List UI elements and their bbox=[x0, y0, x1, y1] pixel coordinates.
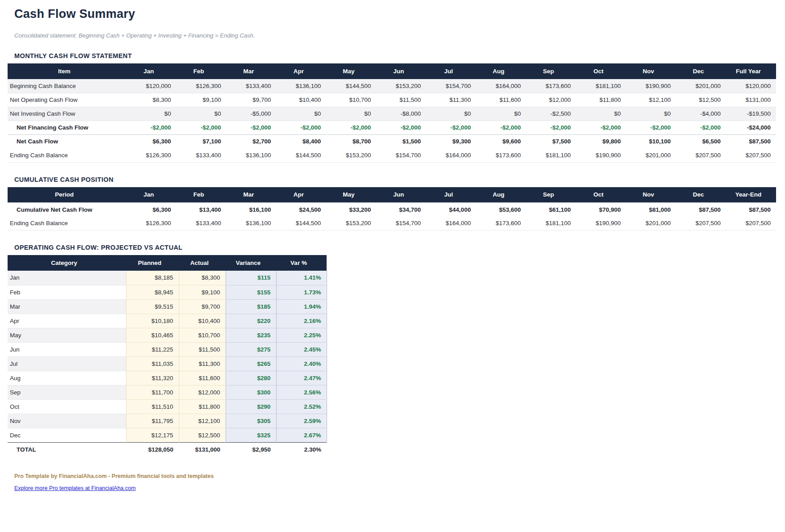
cell-nov: $190,900 bbox=[626, 79, 676, 93]
row-label: May bbox=[8, 328, 126, 342]
cell-jun: $11,500 bbox=[376, 93, 426, 107]
footer-credit: Pro Template by FinancialAha.com - Premi… bbox=[14, 473, 785, 479]
cell-variance: $305 bbox=[226, 414, 276, 428]
cell-variance: $275 bbox=[226, 342, 276, 356]
cell-oct: $190,900 bbox=[576, 148, 626, 162]
total-planned: $128,050 bbox=[126, 442, 179, 457]
column-header: Variance bbox=[226, 255, 276, 271]
row-label: Nov bbox=[8, 414, 126, 428]
cell-may: $153,200 bbox=[326, 148, 376, 162]
row-label: Ending Cash Balance bbox=[8, 148, 126, 162]
footer-link[interactable]: Explore more Pro templates at FinancialA… bbox=[14, 485, 136, 491]
total-var-pct: 2.30% bbox=[276, 442, 327, 457]
row-label: Net Cash Flow bbox=[8, 134, 126, 148]
cell-dec: $201,000 bbox=[676, 79, 726, 93]
cell-actual: $11,300 bbox=[179, 356, 226, 371]
cell-mar: -$2,000 bbox=[227, 121, 277, 134]
monthly-table-header: ItemJanFebMarAprMayJunJulAugSepOctNovDec… bbox=[8, 63, 776, 79]
column-header: Actual bbox=[179, 255, 226, 271]
table-row: Oct $11,510 $11,800 $290 2.52% bbox=[8, 399, 327, 414]
cell-var-pct: 1.94% bbox=[276, 299, 327, 314]
cell-may: $8,700 bbox=[326, 134, 376, 148]
table-row: Dec $12,175 $12,500 $325 2.67% bbox=[8, 428, 327, 442]
cell-jun: $154,700 bbox=[376, 148, 426, 162]
cell-dec: -$4,000 bbox=[676, 107, 726, 121]
cell-sep: $61,100 bbox=[526, 203, 576, 217]
variance-table-header: CategoryPlannedActualVarianceVar % bbox=[8, 255, 327, 271]
cell-jun: -$2,000 bbox=[376, 121, 426, 134]
cell-full-year: -$19,500 bbox=[726, 107, 776, 121]
cell-planned: $10,180 bbox=[126, 314, 179, 328]
cell-planned: $11,225 bbox=[126, 342, 179, 356]
projected-vs-actual-table: CategoryPlannedActualVarianceVar % Jan $… bbox=[8, 255, 327, 457]
cell-actual: $9,100 bbox=[179, 285, 226, 299]
column-header: Nov bbox=[626, 63, 676, 79]
cumulative-table-body: Cumulative Net Cash Flow $6,300 $13,400 … bbox=[8, 203, 776, 230]
cell-may: $144,500 bbox=[326, 79, 376, 93]
cell-sep: $181,100 bbox=[526, 217, 576, 230]
cell-actual: $12,000 bbox=[179, 385, 226, 399]
cell-feb: $126,300 bbox=[176, 79, 227, 93]
cell-feb: $133,400 bbox=[176, 217, 227, 230]
cell-feb: $133,400 bbox=[176, 148, 227, 162]
cell-variance: $235 bbox=[226, 328, 276, 342]
table-row: Jan $8,185 $8,300 $115 1.41% bbox=[8, 271, 327, 285]
column-header: May bbox=[326, 187, 376, 203]
cell-actual: $9,700 bbox=[179, 299, 226, 314]
row-label: Cumulative Net Cash Flow bbox=[8, 203, 126, 217]
monthly-table-body: Beginning Cash Balance $120,000 $126,300… bbox=[8, 79, 776, 162]
cell-may: $153,200 bbox=[326, 217, 376, 230]
cell-jul: $11,300 bbox=[426, 93, 476, 107]
cell-may: $33,200 bbox=[326, 203, 376, 217]
table-row: Feb $8,945 $9,100 $155 1.73% bbox=[8, 285, 327, 299]
column-header: Feb bbox=[176, 187, 227, 203]
column-header: Sep bbox=[526, 187, 576, 203]
header-row: CategoryPlannedActualVarianceVar % bbox=[8, 255, 327, 271]
cell-jul: $154,700 bbox=[426, 79, 476, 93]
row-label: Beginning Cash Balance bbox=[8, 79, 126, 93]
cell-variance: $185 bbox=[226, 299, 276, 314]
header-row: ItemJanFebMarAprMayJunJulAugSepOctNovDec… bbox=[8, 63, 776, 79]
cell-nov: $201,000 bbox=[626, 148, 676, 162]
table-row: Apr $10,180 $10,400 $220 2.16% bbox=[8, 314, 327, 328]
cell-jan: $6,300 bbox=[126, 134, 176, 148]
cell-jun: $153,200 bbox=[376, 79, 426, 93]
cell-aug: -$2,000 bbox=[476, 121, 526, 134]
column-header: May bbox=[326, 63, 376, 79]
cell-jan: $8,300 bbox=[126, 93, 176, 107]
cell-oct: $190,900 bbox=[576, 217, 626, 230]
row-label: Sep bbox=[8, 385, 126, 399]
cell-oct: -$2,000 bbox=[576, 121, 626, 134]
cell-mar: $136,100 bbox=[227, 217, 277, 230]
column-header: Jul bbox=[426, 63, 476, 79]
cell-variance: $290 bbox=[226, 399, 276, 414]
cell-var-pct: 2.59% bbox=[276, 414, 327, 428]
cell-mar: $2,700 bbox=[227, 134, 277, 148]
cell-apr: -$2,000 bbox=[277, 121, 327, 134]
variance-section-heading: OPERATING CASH FLOW: PROJECTED VS ACTUAL bbox=[14, 244, 785, 251]
column-header: Jul bbox=[426, 187, 476, 203]
row-label: Oct bbox=[8, 399, 126, 414]
table-row: Ending Cash Balance $126,300 $133,400 $1… bbox=[8, 148, 776, 162]
row-label: Jul bbox=[8, 356, 126, 371]
cell-var-pct: 1.41% bbox=[276, 271, 327, 285]
cell-nov: $81,000 bbox=[626, 203, 676, 217]
cell-planned: $9,515 bbox=[126, 299, 179, 314]
cell-var-pct: 2.25% bbox=[276, 328, 327, 342]
cell-mar: $133,400 bbox=[227, 79, 277, 93]
cell-actual: $10,700 bbox=[179, 328, 226, 342]
cell-actual: $12,100 bbox=[179, 414, 226, 428]
column-header: Jan bbox=[126, 63, 176, 79]
cell-apr: $144,500 bbox=[277, 217, 327, 230]
page-subtitle: Consolidated statement: Beginning Cash +… bbox=[14, 32, 785, 39]
row-label: Mar bbox=[8, 299, 126, 314]
table-row: Net Cash Flow $6,300 $7,100 $2,700 $8,40… bbox=[8, 134, 776, 148]
row-label: Net Financing Cash Flow bbox=[8, 121, 126, 134]
cell-jun: $1,500 bbox=[376, 134, 426, 148]
cell-variance: $115 bbox=[226, 271, 276, 285]
cell-var-pct: 2.56% bbox=[276, 385, 327, 399]
variance-table-body: Jan $8,185 $8,300 $115 1.41% Feb $8,945 … bbox=[8, 271, 327, 442]
cell-nov: $0 bbox=[626, 107, 676, 121]
cell-feb: $7,100 bbox=[176, 134, 227, 148]
column-header: Category bbox=[8, 255, 126, 271]
